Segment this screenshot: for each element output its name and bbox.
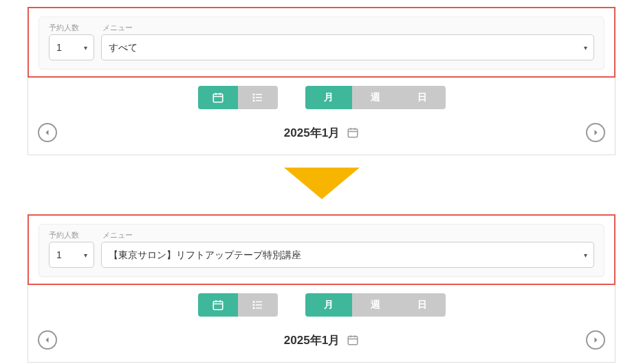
calendar-controls-after: 月 週 日 2025年1月 — [28, 285, 615, 363]
week-button[interactable]: 週 — [352, 293, 399, 317]
week-button[interactable]: 週 — [352, 86, 399, 109]
period-toggle: 月 週 日 — [305, 86, 446, 109]
qty-label: 予約人数 — [49, 23, 90, 33]
svg-point-7 — [253, 94, 254, 95]
calendar-view-button[interactable] — [198, 86, 238, 109]
menu-label: メニュー — [102, 23, 133, 33]
calendar-icon — [212, 299, 224, 311]
svg-rect-15 — [213, 302, 223, 310]
day-button[interactable]: 日 — [399, 86, 446, 109]
calendar-icon — [347, 126, 359, 139]
next-month-button[interactable] — [586, 330, 605, 350]
svg-point-8 — [253, 97, 254, 98]
qty-label: 予約人数 — [49, 230, 90, 240]
current-month-label: 2025年1月 — [284, 332, 340, 348]
calendar-picker-button[interactable] — [347, 126, 359, 139]
svg-point-24 — [253, 308, 254, 309]
current-month: 2025年1月 — [284, 125, 359, 141]
calendar-controls-before: 月 週 日 2025年1月 — [28, 78, 615, 155]
arrow-left-icon — [43, 336, 52, 344]
calendar-icon — [347, 334, 359, 346]
current-month-label: 2025年1月 — [284, 125, 340, 141]
view-mode-toggle — [198, 86, 278, 109]
list-icon — [252, 299, 264, 311]
list-view-button[interactable] — [238, 293, 278, 317]
svg-marker-14 — [284, 168, 360, 199]
menu-select[interactable]: すべて — [101, 34, 594, 60]
month-button[interactable]: 月 — [305, 86, 352, 109]
period-toggle: 月 週 日 — [305, 293, 446, 317]
filter-panel-after: 予約人数 メニュー 1 ▾ 【東京サロン】リフトアップテープ特別講座 ▾ — [28, 214, 615, 285]
qty-select[interactable]: 1 — [49, 34, 94, 60]
transition-arrow — [28, 168, 615, 199]
month-button[interactable]: 月 — [305, 293, 352, 317]
qty-select[interactable]: 1 — [49, 242, 94, 268]
list-icon — [252, 91, 264, 104]
arrow-right-icon — [591, 336, 600, 344]
filter-card: 予約人数 メニュー 1 ▾ 【東京サロン】リフトアップテープ特別講座 ▾ — [39, 224, 604, 277]
svg-point-23 — [253, 304, 254, 306]
menu-label: メニュー — [102, 230, 133, 240]
view-mode-toggle — [198, 293, 278, 317]
calendar-icon — [212, 91, 224, 104]
calendar-view-button[interactable] — [198, 293, 238, 317]
calendar-picker-button[interactable] — [347, 334, 359, 346]
arrow-right-icon — [591, 128, 600, 137]
arrow-left-icon — [43, 128, 52, 137]
menu-select[interactable]: 【東京サロン】リフトアップテープ特別講座 — [101, 242, 594, 268]
svg-rect-10 — [348, 129, 358, 137]
list-view-button[interactable] — [238, 86, 278, 109]
arrow-down-icon — [284, 168, 360, 199]
svg-rect-0 — [213, 94, 223, 102]
filter-panel-before: 予約人数 メニュー 1 ▾ すべて ▾ — [28, 7, 615, 78]
current-month: 2025年1月 — [284, 332, 359, 348]
next-month-button[interactable] — [586, 123, 605, 142]
day-button[interactable]: 日 — [399, 293, 446, 317]
filter-card: 予約人数 メニュー 1 ▾ すべて ▾ — [39, 16, 604, 69]
prev-month-button[interactable] — [38, 123, 57, 142]
svg-point-22 — [253, 302, 254, 303]
svg-point-9 — [253, 100, 254, 102]
prev-month-button[interactable] — [38, 330, 57, 350]
svg-rect-25 — [348, 337, 358, 345]
